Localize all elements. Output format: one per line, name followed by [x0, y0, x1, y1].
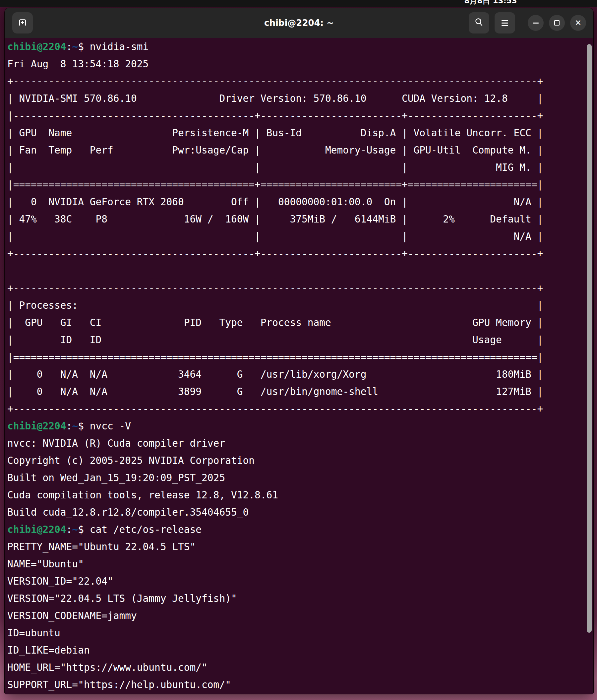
terminal-output-line: | Fan Temp Perf Pwr:Usage/Cap | Memory-U… — [7, 142, 586, 159]
prompt-user-host: chibi@2204 — [7, 421, 66, 432]
search-icon — [474, 17, 484, 28]
prompt-path: ~ — [72, 524, 78, 535]
terminal-output-line: | ID ID Usage | — [7, 331, 586, 349]
terminal-prompt-line: chibi@2204:~$ nvcc -V — [7, 418, 586, 435]
terminal-output-line: SUPPORT_URL="https://help.ubuntu.com/" — [7, 676, 586, 693]
terminal-output-line: Copyright (c) 2005-2025 NVIDIA Corporati… — [7, 452, 586, 469]
prompt-path: ~ — [72, 41, 78, 52]
menu-button[interactable] — [495, 12, 515, 33]
system-top-bar: 8月8日 13:53 — [0, 0, 597, 7]
prompt-separator: : — [66, 41, 72, 52]
terminal-output-line: | Processes: | — [7, 297, 586, 314]
terminal-output-line: | 0 NVIDIA GeForce RTX 2060 Off | 000000… — [7, 193, 586, 210]
terminal-output-line: ID_LIKE=debian — [7, 642, 586, 659]
terminal-output-line: VERSION_CODENAME=jammy — [7, 607, 586, 624]
search-button[interactable] — [469, 12, 489, 33]
terminal-window: chibi@2204: ~ ✕ — [5, 8, 593, 694]
terminal-output-line: |=======================================… — [7, 349, 586, 366]
terminal-output-line: | GPU Name Persistence-M | Bus-Id Disp.A… — [7, 124, 586, 142]
terminal-output-line: | 47% 38C P8 16W / 160W | 375MiB / 6144M… — [7, 210, 586, 228]
prompt-command: nvidia-smi — [90, 41, 149, 52]
terminal-output-line: | | | MIG M. | — [7, 159, 586, 176]
terminal-output[interactable]: chibi@2204:~$ nvidia-smiFri Aug 8 13:54:… — [7, 38, 586, 694]
terminal-output-line: +---------------------------------------… — [7, 73, 586, 90]
prompt-path: ~ — [72, 421, 78, 432]
terminal-prompt-line: chibi@2204:~$ nvidia-smi — [7, 38, 586, 55]
terminal-output-line: +---------------------------------------… — [7, 400, 586, 418]
terminal-output-line: | | | N/A | — [7, 228, 586, 245]
terminal-output-line: | NVIDIA-SMI 570.86.10 Driver Version: 5… — [7, 90, 586, 107]
terminal-prompt-line: chibi@2204:~$ cat /etc/os-release — [7, 521, 586, 538]
close-button[interactable]: ✕ — [570, 15, 586, 31]
hamburger-menu-icon — [501, 20, 508, 26]
terminal-output-line: nvcc: NVIDIA (R) Cuda compiler driver — [7, 435, 586, 452]
terminal-output-line: PRETTY_NAME="Ubuntu 22.04.5 LTS" — [7, 538, 586, 555]
terminal-output-line: HOME_URL="https://www.ubuntu.com/" — [7, 659, 586, 676]
window-title: chibi@2204: ~ — [264, 18, 334, 28]
terminal-output-line: Fri Aug 8 13:54:18 2025 — [7, 55, 586, 73]
terminal-output-line: +---------------------------------------… — [7, 279, 586, 297]
terminal-output-line: | 0 N/A N/A 3899 G /usr/bin/gnome-shell … — [7, 383, 586, 400]
prompt-user-host: chibi@2204 — [7, 524, 66, 535]
terminal-output-line: Built on Wed_Jan_15_19:20:09_PST_2025 — [7, 469, 586, 486]
terminal-output-line: |=======================================… — [7, 176, 586, 193]
terminal-output-line: +---------------------------------------… — [7, 245, 586, 262]
terminal-output-line: |---------------------------------------… — [7, 107, 586, 124]
minimize-icon — [533, 23, 539, 24]
terminal-output-line: Build cuda_12.8.r12.8/compiler.35404655_… — [7, 504, 586, 521]
terminal-output-line: | GPU GI CI PID Type Process name GPU Me… — [7, 314, 586, 331]
maximize-button[interactable] — [549, 15, 565, 31]
new-tab-icon — [18, 17, 27, 28]
prompt-dollar: $ — [78, 41, 90, 52]
minimize-button[interactable] — [528, 15, 544, 31]
terminal-output-line: Cuda compilation tools, release 12.8, V1… — [7, 486, 586, 504]
terminal-output-line: VERSION="22.04.5 LTS (Jammy Jellyfish)" — [7, 590, 586, 607]
window-header-bar[interactable]: chibi@2204: ~ ✕ — [5, 8, 593, 38]
prompt-dollar: $ — [78, 524, 90, 535]
terminal-output-line: NAME="Ubuntu" — [7, 555, 586, 573]
system-clock[interactable]: 8月8日 13:53 — [464, 0, 517, 6]
prompt-separator: : — [66, 524, 72, 535]
prompt-separator: : — [66, 421, 72, 432]
maximize-icon — [554, 20, 560, 26]
prompt-command: nvcc -V — [90, 421, 131, 432]
terminal-output-line: | 0 N/A N/A 3464 G /usr/lib/xorg/Xorg 18… — [7, 366, 586, 383]
header-right-controls: ✕ — [469, 12, 586, 33]
scrollbar-thumb[interactable] — [587, 44, 592, 633]
desktop: { "system_bar": { "clock": "8月8日 13:53" … — [0, 0, 597, 700]
terminal-output-line: VERSION_ID="22.04" — [7, 573, 586, 590]
terminal-output-line: ID=ubuntu — [7, 624, 586, 642]
terminal-output-line — [7, 262, 586, 279]
prompt-dollar: $ — [78, 421, 90, 432]
prompt-user-host: chibi@2204 — [7, 41, 66, 52]
close-icon: ✕ — [575, 19, 581, 27]
new-tab-button[interactable] — [12, 12, 33, 33]
prompt-command: cat /etc/os-release — [90, 524, 202, 535]
